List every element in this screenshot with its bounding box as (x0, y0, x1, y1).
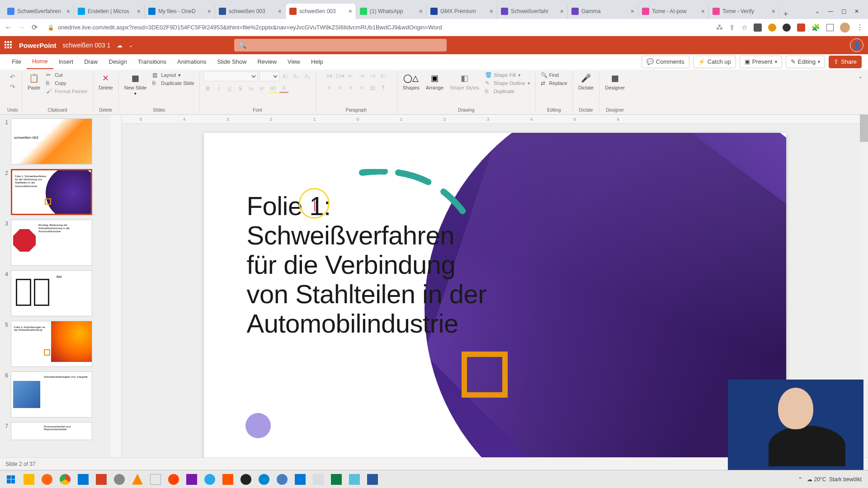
close-icon[interactable]: × (278, 8, 282, 15)
close-icon[interactable]: × (772, 8, 775, 15)
collapse-ribbon-icon[interactable]: ⌄ (856, 71, 864, 81)
forward-icon[interactable]: → (18, 23, 25, 32)
align-center-icon[interactable]: ≡ (335, 83, 344, 92)
slide-thumb[interactable]: Bild (11, 270, 92, 316)
ribbon-tab-file[interactable]: File (6, 54, 27, 69)
close-icon[interactable]: × (208, 8, 211, 15)
browser-tab[interactable]: Tome - Verify× (709, 4, 779, 19)
new-tab-button[interactable]: + (779, 9, 792, 19)
browser-tab[interactable]: My files - OneD× (145, 4, 215, 19)
close-icon[interactable]: × (419, 8, 423, 15)
numbering-icon[interactable]: 1≡▾ (335, 71, 344, 80)
bullets-icon[interactable]: ≡▾ (325, 71, 334, 80)
ribbon-tab-transitions[interactable]: Transitions (132, 54, 172, 69)
share-icon[interactable]: ⇪ (729, 23, 735, 32)
layout-button[interactable]: ▥Layout ▾ (151, 71, 195, 79)
indent-right-icon[interactable]: ⇥ (357, 71, 366, 80)
paste-button[interactable]: 📋Paste (26, 71, 42, 91)
italic-icon[interactable]: I (214, 84, 223, 93)
browser-tab[interactable]: GMX Premium× (427, 4, 497, 19)
duplicate-slide-button[interactable]: ⎘Duplicate Slide (151, 80, 195, 87)
editing-mode-button[interactable]: ✎Editing▾ (786, 56, 826, 68)
arrange-button[interactable]: ▣Arrange (424, 71, 445, 91)
extension-icon[interactable] (797, 23, 805, 32)
chrome-icon[interactable] (57, 472, 73, 487)
ribbon-tab-help[interactable]: Help (306, 54, 329, 69)
notepad-icon[interactable] (346, 472, 363, 487)
ribbon-tab-review[interactable]: Review (252, 54, 282, 69)
clear-format-icon[interactable]: Aᵪ (303, 72, 312, 81)
app-icon[interactable] (220, 472, 236, 487)
shape-styles-button[interactable]: ◧Shape Styles (448, 71, 481, 91)
close-icon[interactable]: × (631, 8, 634, 15)
font-family-select[interactable] (203, 71, 258, 81)
file-explorer-icon[interactable] (21, 472, 37, 487)
close-window-icon[interactable]: ✕ (854, 8, 859, 14)
superscript-icon[interactable]: x² (258, 84, 267, 93)
firefox-icon[interactable] (39, 472, 55, 487)
obs-icon[interactable] (238, 472, 254, 487)
replace-button[interactable]: ⇄Replace (539, 80, 569, 87)
extension-icon[interactable] (783, 23, 791, 32)
subscript-icon[interactable]: x₂ (247, 84, 256, 93)
extension-icon[interactable] (768, 23, 776, 32)
reload-icon[interactable]: ⟳ (32, 23, 38, 32)
close-icon[interactable]: × (701, 8, 705, 15)
close-icon[interactable]: × (137, 8, 141, 15)
browser-tab[interactable]: Schweißverfahren× (4, 4, 74, 19)
shape-outline-button[interactable]: ✎Shape Outline ▾ (484, 80, 532, 87)
app-icon[interactable] (274, 472, 290, 487)
font-color-icon[interactable]: A (279, 84, 288, 93)
slide-thumb[interactable]: Einstieg: Bedeutung der Schweißverbindun… (11, 220, 92, 266)
redo-icon[interactable]: ↷ (10, 83, 15, 90)
chevron-down-icon[interactable]: ⌄ (129, 42, 133, 48)
word-icon[interactable] (364, 472, 381, 487)
new-slide-button[interactable]: ▦New Slide▾ (123, 71, 149, 97)
shapes-button[interactable]: ◯△Shapes (401, 71, 421, 91)
start-menu-icon[interactable] (3, 472, 19, 487)
ribbon-tab-home[interactable]: Home (27, 54, 53, 69)
ribbon-tab-slideshow[interactable]: Slide Show (212, 54, 252, 69)
telegram-icon[interactable] (202, 472, 218, 487)
app-icon[interactable] (292, 472, 308, 487)
panel-icon[interactable] (826, 24, 834, 31)
url-input[interactable]: 🔒 onedrive.live.com/edit.aspx?resid=3DE0… (43, 21, 711, 34)
rtl-icon[interactable]: ¶ (379, 83, 388, 92)
extension-icon[interactable] (754, 23, 762, 32)
slide-thumb[interactable]: schweißen 003 (11, 118, 92, 164)
slide-title-text[interactable]: Folie 1:Schweißverfahrenfür die Verbindu… (247, 192, 487, 338)
app-icon[interactable] (310, 472, 326, 487)
highlight-icon[interactable]: ab (269, 84, 278, 93)
outlook-icon[interactable] (75, 472, 91, 487)
search-input[interactable]: 🔍 (234, 39, 447, 52)
close-icon[interactable]: × (560, 8, 564, 15)
undo-icon[interactable]: ↶ (10, 73, 15, 80)
font-size-select[interactable] (259, 71, 279, 81)
vlc-icon[interactable] (129, 472, 146, 487)
puzzle-icon[interactable]: 🧩 (811, 23, 820, 32)
align-right-icon[interactable]: ≡ (346, 83, 355, 92)
slide-thumbnails-panel[interactable]: 1 schweißen 003 2 Folie 1: Schweißverfah… (0, 115, 111, 472)
slide-thumb[interactable]: Prozesssicherheit und Reproduzierbarkeit (11, 422, 92, 440)
increase-font-icon[interactable]: A↑ (281, 72, 290, 81)
ribbon-tab-view[interactable]: View (282, 54, 306, 69)
duplicate-button[interactable]: ⎘Duplicate (484, 88, 532, 95)
app-icon[interactable] (165, 472, 182, 487)
maximize-icon[interactable]: ▢ (841, 8, 846, 14)
copy-button[interactable]: ⎘Copy (45, 80, 89, 87)
tray-chevron-icon[interactable]: ⌃ (798, 476, 802, 483)
minimize-icon[interactable]: — (828, 8, 833, 14)
bold-icon[interactable]: B (203, 84, 212, 93)
close-icon[interactable]: × (490, 8, 493, 15)
app-icon[interactable] (111, 472, 127, 487)
present-button[interactable]: ▣Present▾ (740, 56, 782, 68)
format-painter-button[interactable]: 🖌Format Painter (45, 88, 89, 95)
slide-canvas[interactable]: Folie 1:Schweißverfahrenfür die Verbindu… (204, 133, 786, 461)
powerpoint-icon[interactable] (93, 472, 109, 487)
translate-icon[interactable]: ⁂ (716, 23, 723, 32)
slide-thumb[interactable]: Folie 2: Anforderungen an die Schweißver… (11, 321, 92, 367)
line-spacing-icon[interactable]: ↕≡ (368, 71, 377, 80)
browser-tab[interactable]: Gamma× (568, 4, 638, 19)
weather-widget[interactable]: ☁ 20°C Stark bewölkt (807, 476, 862, 483)
profile-avatar[interactable] (840, 23, 850, 33)
